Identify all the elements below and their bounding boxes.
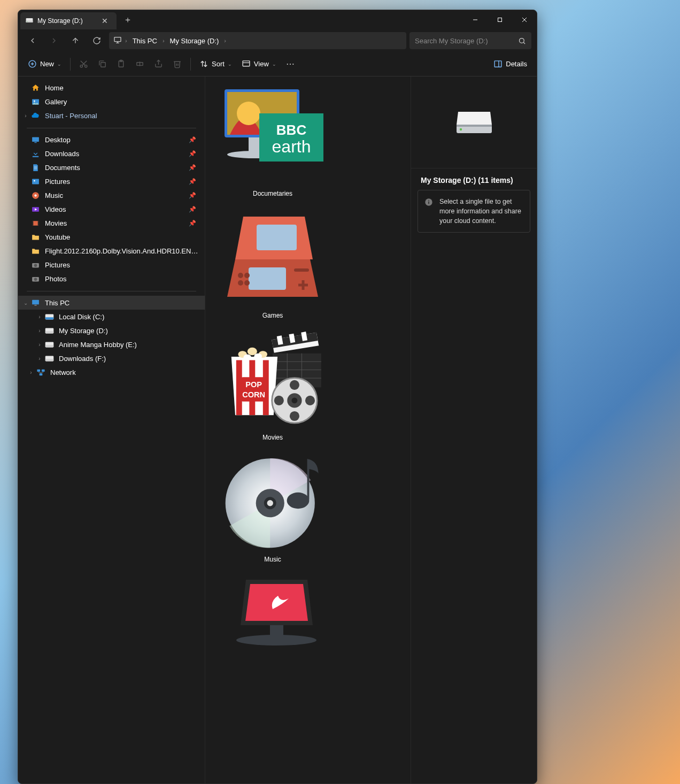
refresh-button[interactable] (88, 33, 106, 49)
maximize-button[interactable] (488, 10, 512, 29)
folder-icon-next (219, 572, 326, 647)
view-button[interactable]: View ⌄ (237, 56, 281, 73)
camera-icon (31, 274, 40, 283)
svg-point-108 (287, 493, 310, 509)
breadcrumb-this-pc[interactable]: This PC (130, 36, 159, 46)
chevron-right-icon[interactable]: › (35, 342, 44, 348)
close-button[interactable] (512, 10, 537, 29)
pin-icon: 📌 (189, 192, 199, 199)
sidebar-item-home[interactable]: Home (18, 81, 205, 95)
svg-rect-59 (37, 369, 40, 371)
svg-point-95 (254, 353, 262, 359)
sidebar-item-desktop[interactable]: Desktop 📌 (18, 133, 205, 147)
more-button[interactable]: ⋯ (282, 56, 300, 73)
svg-rect-56 (45, 345, 54, 347)
file-list[interactable]: BBC earth Documetaries (205, 76, 411, 783)
gallery-icon (31, 97, 40, 106)
sidebar-item-drive-c[interactable]: › Local Disk (C:) (18, 310, 205, 324)
sidebar-item-flight[interactable]: Flight.2012.2160p.Dolby.Vision.And.HDR10… (18, 244, 205, 258)
svg-point-102 (274, 396, 284, 405)
copy-button[interactable] (94, 56, 111, 73)
file-explorer-window: My Storage (D:) ✕ ＋ › This PC › My Stora… (18, 10, 537, 784)
forward-button[interactable] (45, 33, 63, 49)
tab-close-button[interactable]: ✕ (98, 14, 111, 27)
chevron-down-icon[interactable]: ⌄ (21, 300, 30, 306)
sidebar-item-videos[interactable]: Videos 📌 (18, 202, 205, 216)
monitor-icon (113, 36, 122, 46)
svg-rect-20 (101, 63, 106, 67)
svg-text:CORN: CORN (242, 390, 265, 399)
chevron-right-icon: › (125, 37, 127, 44)
svg-point-99 (291, 397, 297, 403)
pin-icon: 📌 (189, 178, 199, 185)
svg-point-40 (34, 194, 36, 196)
window-tab[interactable]: My Storage (D:) ✕ (20, 12, 117, 29)
file-item-music[interactable]: Music (214, 450, 331, 563)
movies-icon (31, 219, 40, 228)
chevron-right-icon[interactable]: › (35, 328, 44, 334)
svg-rect-50 (34, 305, 36, 305)
paste-button[interactable] (112, 56, 130, 73)
details-toggle-button[interactable]: Details (489, 56, 531, 73)
videos-icon (31, 205, 40, 214)
sidebar-item-music[interactable]: Music 📌 (18, 188, 205, 202)
svg-rect-69 (249, 267, 286, 290)
search-input[interactable]: Search My Storage (D:) (409, 32, 531, 49)
sidebar-item-movies[interactable]: Movies 📌 (18, 216, 205, 230)
sidebar-item-youtube[interactable]: Youtube (18, 230, 205, 244)
sidebar-item-drive-e[interactable]: › Anime Manga Hobby (E:) (18, 337, 205, 351)
svg-rect-116 (428, 200, 429, 201)
search-placeholder: Search My Storage (D:) (415, 37, 518, 45)
svg-point-113 (459, 128, 461, 130)
svg-point-11 (520, 38, 524, 43)
chevron-right-icon[interactable]: › (21, 113, 30, 119)
sidebar-item-pictures2[interactable]: Pictures (18, 258, 205, 272)
folder-icon (31, 247, 40, 256)
file-item-documentaries[interactable]: BBC earth Documetaries (214, 84, 331, 197)
breadcrumb-current[interactable]: My Storage (D:) (168, 36, 221, 46)
sidebar-item-drive-f[interactable]: › Downloads (F:) (18, 351, 205, 365)
file-item-games[interactable]: Games (214, 206, 331, 319)
cut-button[interactable] (75, 56, 92, 73)
share-button[interactable] (150, 56, 167, 73)
info-icon (424, 198, 433, 206)
sidebar-item-drive-d[interactable]: › My Storage (D:) (18, 324, 205, 337)
documents-icon (31, 163, 40, 172)
sidebar-item-gallery[interactable]: Gallery (18, 95, 205, 109)
chevron-right-icon[interactable]: › (35, 314, 44, 320)
up-button[interactable] (66, 33, 84, 49)
sidebar-item-this-pc[interactable]: ⌄ This PC (18, 296, 205, 310)
desktop-icon (31, 135, 40, 144)
svg-text:earth: earth (272, 137, 311, 156)
svg-rect-75 (294, 268, 309, 272)
sidebar-item-photos[interactable]: Photos (18, 272, 205, 286)
pin-icon: 📌 (189, 220, 199, 227)
svg-rect-36 (33, 156, 38, 157)
svg-point-33 (34, 100, 35, 102)
rename-button[interactable] (131, 56, 149, 73)
sidebar-item-personal[interactable]: › Stuart - Personal (18, 109, 205, 122)
svg-text:BBC: BBC (276, 122, 307, 138)
sidebar-item-pictures[interactable]: Pictures 📌 (18, 174, 205, 188)
sidebar-item-network[interactable]: › Network (18, 365, 205, 379)
new-tab-button[interactable]: ＋ (120, 12, 136, 28)
svg-rect-61 (40, 373, 43, 375)
sidebar-item-downloads[interactable]: Downloads 📌 (18, 147, 205, 160)
sort-button[interactable]: Sort ⌄ (195, 56, 236, 73)
minimize-button[interactable] (463, 10, 488, 29)
file-item-next[interactable] (214, 572, 331, 647)
address-bar[interactable]: › This PC › My Storage (D:) › (109, 32, 406, 49)
new-button[interactable]: New ⌄ (24, 56, 66, 73)
chevron-right-icon[interactable]: › (35, 356, 44, 362)
svg-rect-44 (38, 221, 39, 226)
sidebar-item-documents[interactable]: Documents 📌 (18, 160, 205, 174)
pin-icon: 📌 (189, 164, 199, 171)
svg-rect-28 (243, 61, 250, 66)
chevron-right-icon[interactable]: › (27, 370, 35, 375)
svg-rect-34 (32, 137, 39, 142)
pin-icon: 📌 (189, 206, 199, 213)
drive-icon (45, 354, 54, 363)
back-button[interactable] (24, 33, 42, 49)
delete-button[interactable] (168, 56, 186, 73)
file-item-movies[interactable]: POP CORN Movies (214, 328, 331, 441)
